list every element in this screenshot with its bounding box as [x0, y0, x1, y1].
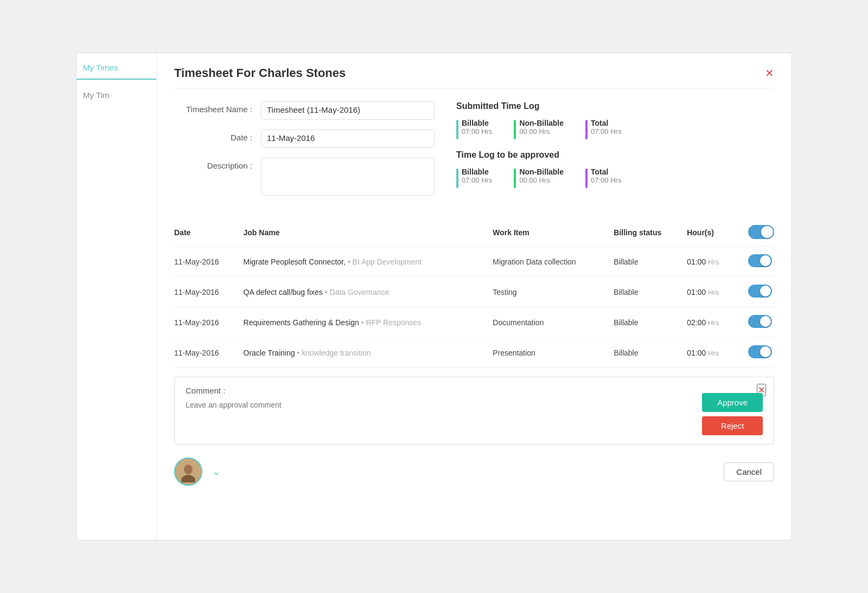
cell-date: 11-May-2016	[174, 338, 244, 368]
nonbillable-bar	[514, 120, 516, 139]
cell-billing: Billable	[614, 338, 687, 368]
tobe-total-bar	[585, 169, 588, 188]
cell-toggle	[739, 277, 774, 307]
cell-date: 11-May-2016	[174, 307, 244, 338]
table-row: 11-May-2016Migrate Peoplesoft Connector,…	[174, 247, 774, 277]
form-desc-input[interactable]	[261, 158, 435, 196]
cell-job-name: Migrate Peoplesoft Connector, • BI App D…	[244, 247, 493, 277]
cell-billing: Billable	[614, 247, 687, 277]
submitted-total-value: 07:00 Hrs	[591, 127, 621, 136]
chevron-down-icon: ⌄	[212, 466, 220, 478]
sidebar-my-tim: My Tim	[76, 80, 156, 111]
cell-date: 11-May-2016	[174, 277, 244, 307]
submitted-billable-value: 07:00 Hrs	[462, 127, 492, 136]
cancel-button[interactable]: Cancel	[724, 462, 774, 481]
total-bar	[585, 120, 588, 139]
sidebar-tab-my-times[interactable]: My Times	[76, 53, 156, 80]
tobe-nonbillable-label: Non-Billable	[519, 167, 564, 176]
col-hours: Hour(s)	[687, 221, 739, 247]
form-row-desc: Description :	[174, 158, 435, 196]
cell-work-item: Migration Data collection	[493, 247, 614, 277]
modal-title: Timesheet For Charles Stones	[174, 66, 346, 80]
row-toggle-1[interactable]	[748, 285, 772, 298]
submitted-row: Billable 07:00 Hrs Non-Billable 00:00 Hr…	[456, 119, 774, 139]
comment-section: ✕ Comment : Approve Reject	[174, 377, 774, 444]
job-name-sub: Data Governance	[330, 288, 390, 296]
col-job-name: Job Name	[244, 221, 493, 247]
tobe-billable-bar	[456, 169, 458, 188]
submitted-nonbillable: Non-Billable 00:00 Hrs	[514, 119, 564, 139]
cell-billing: Billable	[614, 277, 687, 307]
modal-footer: ⌄ Cancel	[174, 453, 774, 486]
comment-label: Comment :	[186, 386, 763, 395]
cell-billing: Billable	[614, 307, 687, 338]
submitted-total-label: Total	[591, 119, 621, 127]
job-name-main: Requirements Gathering & Design	[244, 318, 359, 327]
job-name-main: QA defect call/bug fixes	[244, 288, 323, 296]
cell-job-name: Oracle Training • knowledge transition	[244, 338, 493, 368]
form-date-label: Date :	[174, 130, 261, 142]
col-date: Date	[174, 221, 244, 247]
form-name-value: Timesheet (11-May-2016)	[261, 101, 435, 120]
submitted-nonbillable-value: 00:00 Hrs	[519, 127, 564, 136]
table-row: 11-May-2016Oracle Training • knowledge t…	[174, 338, 774, 368]
tobe-total-value: 07:00 Hrs	[591, 176, 621, 184]
tobe-row: Billable 07:00 Hrs Non-Billable 00:00 Hr…	[456, 167, 774, 188]
comment-input[interactable]	[186, 401, 763, 433]
table-header-row: Date Job Name Work Item Billing status H…	[174, 221, 774, 247]
submitted-total: Total 07:00 Hrs	[585, 119, 621, 139]
cell-hours: 01:00 Hrs	[687, 277, 739, 307]
reject-button[interactable]: Reject	[702, 416, 763, 435]
cell-hours: 02:00 Hrs	[687, 307, 739, 338]
table-section: Date Job Name Work Item Billing status H…	[174, 221, 774, 368]
tobe-total: Total 07:00 Hrs	[585, 167, 621, 188]
job-name-sub: knowledge transition	[302, 349, 371, 357]
row-toggle-3[interactable]	[748, 345, 772, 358]
row-toggle-0[interactable]	[748, 254, 772, 267]
cell-hours: 01:00 Hrs	[687, 338, 739, 368]
form-name-label: Timesheet Name :	[174, 101, 261, 114]
cell-toggle	[739, 307, 774, 338]
row-toggle-2[interactable]	[748, 315, 772, 328]
submitted-billable: Billable 07:00 Hrs	[456, 119, 492, 139]
submitted-nonbillable-label: Non-Billable	[519, 119, 564, 127]
cell-toggle	[739, 338, 774, 368]
comment-actions: Approve Reject	[702, 393, 763, 435]
col-billing-status: Billing status	[614, 221, 687, 247]
cell-work-item: Presentation	[493, 338, 614, 368]
form-date-value: 11-May-2016	[261, 130, 435, 148]
sidebar-my-tim-label: My Tim	[83, 91, 109, 100]
tobe-billable-label: Billable	[462, 167, 492, 176]
summary-section: Submitted Time Log Billable 07:00 Hrs No…	[456, 101, 774, 205]
close-button[interactable]: ✕	[765, 68, 774, 79]
tobe-total-label: Total	[591, 167, 621, 176]
cell-job-name: QA defect call/bug fixes • Data Governan…	[244, 277, 493, 307]
sidebar-tab-label: My Times	[83, 63, 118, 72]
cell-toggle	[739, 247, 774, 277]
billable-bar	[456, 120, 458, 139]
tobe-nonbillable-value: 00:00 Hrs	[519, 176, 564, 184]
form-section: Timesheet Name : Timesheet (11-May-2016)…	[174, 101, 435, 205]
table-row: 11-May-2016QA defect call/bug fixes • Da…	[174, 277, 774, 307]
form-row-date: Date : 11-May-2016	[174, 130, 435, 148]
tobe-title: Time Log to be approved	[456, 150, 774, 160]
timesheet-table: Date Job Name Work Item Billing status H…	[174, 221, 774, 368]
job-name-main: Migrate Peoplesoft Connector,	[244, 257, 346, 266]
cell-date: 11-May-2016	[174, 247, 244, 277]
cell-hours: 01:00 Hrs	[687, 247, 739, 277]
approve-button[interactable]: Approve	[702, 393, 763, 412]
tobe-nonbillable-bar	[514, 169, 516, 188]
cell-work-item: Documentation	[493, 307, 614, 338]
col-work-item: Work Item	[493, 221, 614, 247]
job-name-main: Oracle Training	[244, 349, 295, 357]
submitted-billable-label: Billable	[462, 119, 492, 127]
cell-job-name: Requirements Gathering & Design • RFP Re…	[244, 307, 493, 338]
svg-point-1	[184, 465, 193, 474]
form-row-name: Timesheet Name : Timesheet (11-May-2016)	[174, 101, 435, 120]
header-toggle[interactable]	[748, 225, 772, 238]
table-row: 11-May-2016Requirements Gathering & Desi…	[174, 307, 774, 338]
col-toggle-header	[739, 221, 774, 247]
modal-header: Timesheet For Charles Stones ✕	[174, 66, 774, 88]
tobe-billable-value: 07:00 Hrs	[462, 176, 492, 184]
top-section: Timesheet Name : Timesheet (11-May-2016)…	[174, 101, 774, 205]
